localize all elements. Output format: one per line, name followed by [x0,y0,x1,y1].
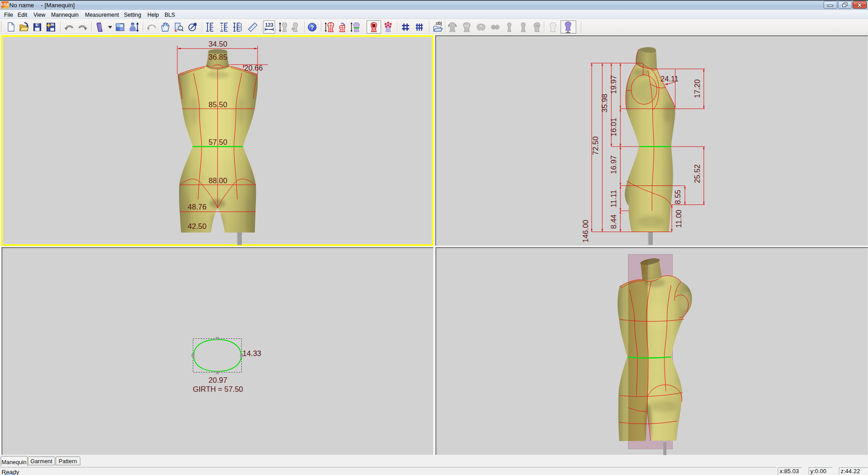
svg-text:16.97: 16.97 [609,155,618,174]
svg-text:x:85.03: x:85.03 [780,468,799,475]
svg-text:25.52: 25.52 [693,164,701,183]
svg-text:BLS: BLS [165,12,175,18]
svg-text:20.66: 20.66 [244,64,263,72]
svg-text:Setting: Setting [124,12,141,18]
svg-text:Measurement: Measurement [85,12,119,18]
svg-text:85.50: 85.50 [208,100,227,109]
svg-text:z:44.22: z:44.22 [841,468,860,475]
svg-text:88.00: 88.00 [208,176,227,185]
svg-text:19.97: 19.97 [609,75,618,94]
svg-text:.obj: .obj [434,21,442,26]
svg-text:8.44: 8.44 [609,214,618,229]
svg-text:20.97: 20.97 [208,376,227,384]
svg-text:34.50: 34.50 [208,40,227,48]
svg-text:11.00: 11.00 [675,209,683,228]
svg-text:146.00: 146.00 [581,220,590,242]
svg-text:14.33: 14.33 [243,349,261,357]
svg-text:LSX: LSX [1,2,9,6]
svg-text:Edit: Edit [18,12,28,18]
svg-text:File: File [4,12,13,18]
svg-text:57.50: 57.50 [208,138,227,146]
svg-text:Garment: Garment [30,458,52,465]
svg-text:17.20: 17.20 [693,79,701,98]
svg-text:42.50: 42.50 [188,222,206,230]
svg-text:Mannequin: Mannequin [51,12,79,18]
svg-text:View: View [33,12,46,18]
svg-text:GIRTH = 57.50: GIRTH = 57.50 [193,385,243,393]
svg-text:36.85: 36.85 [208,53,227,61]
svg-text:16.01: 16.01 [609,118,618,136]
svg-text:72.50: 72.50 [591,136,599,155]
svg-text:?: ? [311,24,314,31]
svg-text:Manequin: Manequin [2,459,27,466]
svg-text:y:0.00: y:0.00 [811,468,826,475]
svg-text:Help: Help [147,12,159,18]
svg-text:11.11: 11.11 [609,190,618,208]
svg-text:24.11: 24.11 [660,75,679,83]
svg-text:35.98: 35.98 [600,94,609,112]
svg-text:Pattern: Pattern [59,458,77,465]
svg-text:8.55: 8.55 [674,190,682,204]
svg-text:48.76: 48.76 [188,203,206,211]
svg-text:No name - [Manequin]: No name - [Manequin] [9,2,75,9]
svg-text:123: 123 [265,22,273,28]
